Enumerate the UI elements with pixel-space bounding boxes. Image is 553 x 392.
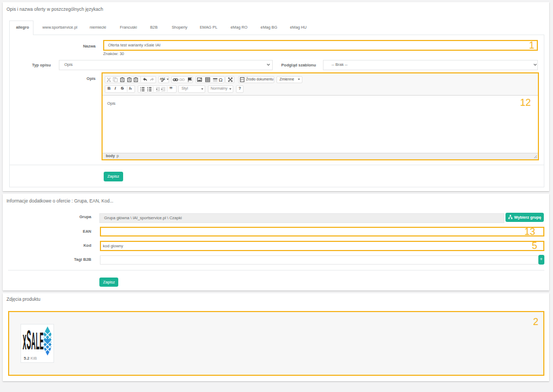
svg-text:xSALE: xSALE: [23, 325, 44, 355]
svg-text:ABC: ABC: [160, 78, 166, 80]
svg-text:Ω: Ω: [219, 77, 222, 82]
